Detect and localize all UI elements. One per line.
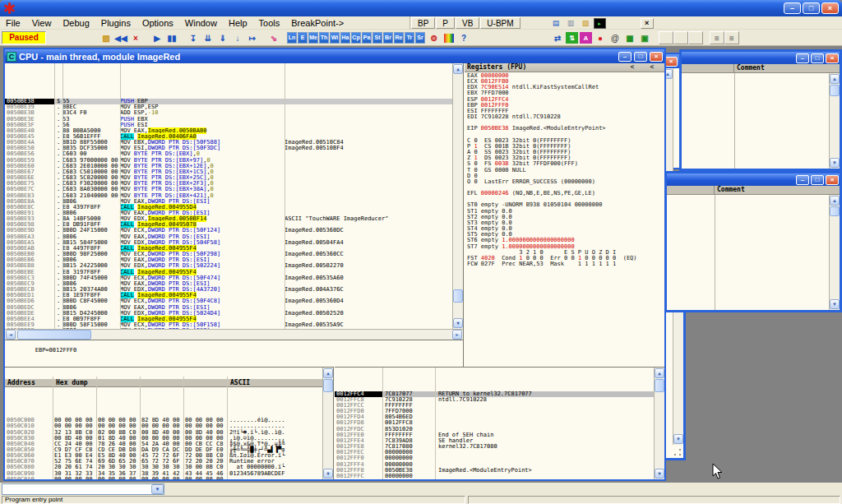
close-icon[interactable]: × [664, 57, 678, 67]
open-file-icon[interactable]: ▨ [99, 31, 113, 44]
menu-item-view[interactable]: View [26, 17, 58, 29]
disasm-row[interactable]: 0050BE3E.53PUSH EBX [5, 117, 452, 123]
toolbar-letter-ha[interactable]: Ha [340, 32, 350, 44]
command-combobox[interactable]: ▼ [2, 483, 164, 495]
stack-vscrollbar[interactable]: ▲ ▼ [654, 368, 664, 479]
resize-grip[interactable] [673, 447, 682, 457]
prev-frame-icon[interactable]: < [622, 63, 642, 72]
scrollbar[interactable]: ▲ ▼ [829, 73, 840, 169]
chevron-down-icon[interactable]: ▼ [151, 484, 164, 494]
restore-button[interactable]: □ [803, 2, 820, 14]
close-icon[interactable]: × [650, 52, 663, 62]
dump-vscrollbar[interactable]: ▲ ▼ [322, 368, 333, 479]
execute-till-return-icon[interactable]: ↦ [245, 31, 260, 44]
column-header[interactable]: Comment [667, 186, 840, 195]
disassembly-hscrollbar[interactable]: ◄ ► [5, 329, 463, 340]
menu-item-tools[interactable]: Tools [253, 17, 286, 29]
close-icon[interactable]: × [826, 175, 839, 185]
disasm-row[interactable]: 0050BE3B.83C4 F0ADD ESP,-10 [5, 110, 452, 116]
list-window-icon[interactable]: ≡ [710, 31, 724, 44]
toolbar-letter-e[interactable]: E [298, 32, 308, 44]
info-pane[interactable]: EBP=0012FFF0 [5, 340, 464, 367]
registers-header[interactable]: Registers (FPU) < < [465, 63, 664, 72]
toolbar-letter-tr[interactable]: Tr [405, 32, 414, 44]
toolbar-letter-re[interactable]: Re [394, 32, 404, 44]
updown-icon[interactable]: ⇅ [566, 32, 578, 44]
assemble-icon[interactable]: A [580, 32, 592, 44]
options-gear-icon[interactable]: ⚙ [427, 31, 442, 44]
maximize-icon[interactable]: □ [811, 53, 824, 63]
comment-window-middle-content[interactable]: ▲ ▼ [667, 195, 840, 310]
close-program-icon[interactable]: × [128, 31, 143, 44]
register-row[interactable]: EDI 7C910228 ntdll.7C910228 [465, 114, 664, 120]
toolbar-letter-st[interactable]: St [372, 32, 382, 44]
toolbar-letter-sr[interactable]: Sr [415, 32, 425, 44]
appearance-icon[interactable] [442, 31, 456, 44]
toolbar-letter-me[interactable]: Me [308, 32, 318, 44]
screen-icon[interactable]: ▣ [637, 31, 652, 44]
minimize-icon[interactable]: – [796, 175, 809, 185]
command-input[interactable] [2, 484, 151, 494]
swap-arrows-icon[interactable]: ⇄ [550, 31, 565, 44]
toolbar-letter-wi[interactable]: Wi [330, 32, 340, 44]
comment-window-top-titlebar[interactable]: – □ × [682, 52, 840, 64]
scrollbar[interactable]: ▲ ▼ [829, 195, 840, 310]
cpu-window-titlebar[interactable]: C CPU - main thread, module ImageRed – □… [5, 49, 664, 63]
toolbar-letter-th[interactable]: Th [319, 32, 329, 44]
help-icon[interactable]: ? [456, 31, 471, 44]
dump-pane[interactable]: Address Hex dump ASCII 0050C00000 00 00 … [5, 367, 334, 479]
maximize-icon[interactable]: □ [811, 175, 824, 185]
plugin-button-vb[interactable]: VB [456, 17, 479, 29]
plugin-close-icon[interactable]: × [641, 18, 654, 29]
toolbar-letter-ln[interactable]: Ln [287, 32, 297, 44]
minimize-button[interactable]: – [784, 2, 801, 14]
step-into-icon[interactable]: ↧ [186, 31, 201, 44]
minimize-icon[interactable]: – [618, 52, 632, 62]
keypad-icon[interactable]: ▦ [622, 31, 637, 44]
step-over-icon[interactable]: ⇊ [201, 31, 215, 44]
menu-item-debug[interactable]: Debug [57, 17, 95, 29]
toolbar-letter-br[interactable]: Br [383, 32, 393, 44]
stack-pane[interactable]: 0012FFC47C817077RETURN to kernel32.7C817… [335, 367, 664, 479]
register-row[interactable]: EIP 0050BE38 ImageRed.<ModuleEntryPoint> [465, 126, 664, 132]
minimize-icon[interactable]: – [796, 53, 809, 63]
menu-item-file[interactable]: File [0, 17, 26, 29]
folder-icon[interactable]: ▧ [579, 18, 593, 29]
trace-into-icon[interactable]: ⇓ [215, 31, 230, 44]
column-header[interactable]: Comment [682, 64, 840, 73]
menu-item-breakpoint[interactable]: BreakPoint-> [285, 17, 349, 29]
pause-icon[interactable]: ▮▮ [164, 31, 179, 44]
plugin-button-bp[interactable]: BP [411, 17, 435, 29]
breakpoint-dot-icon[interactable]: ● [593, 31, 608, 44]
toolbar-letter-pa[interactable]: Pa [362, 32, 372, 44]
menu-item-options[interactable]: Options [136, 17, 179, 29]
play-icon[interactable]: ▶ [150, 31, 164, 44]
registers-pane[interactable]: Registers (FPU) < < EAX 00000000ECX 0012… [465, 63, 664, 367]
plugin-button-p[interactable]: P [436, 17, 455, 29]
spiral-icon[interactable]: @ [608, 31, 622, 44]
list-window2-icon[interactable]: ≡ [724, 31, 739, 44]
menu-item-plugins[interactable]: Plugins [95, 17, 136, 29]
book-icon[interactable]: ▥ [564, 18, 578, 29]
comment-window-middle-titlebar[interactable]: – □ × [667, 173, 840, 186]
disassembly-vscrollbar[interactable]: ▲ ▼ [452, 63, 463, 329]
register-row[interactable]: FCW 027F Prec NEAR,53 Mask 1 1 1 1 1 1 [465, 261, 664, 267]
next-frame-icon[interactable]: < [642, 63, 662, 72]
menu-item-window[interactable]: Window [179, 17, 223, 29]
menu-item-help[interactable]: Help [223, 17, 253, 29]
disasm-row[interactable]: 0050BEEF.8B06MOV EAX,DWORD PTR DS:[ESI] [5, 328, 452, 329]
restart-icon[interactable]: ◀◀ [113, 31, 128, 44]
maximize-icon[interactable]: □ [634, 52, 647, 62]
notes-icon[interactable]: ▤ [549, 18, 563, 29]
trace-over-icon[interactable]: ↓ [230, 31, 245, 44]
toolbar-letter-cp[interactable]: Cp [351, 32, 361, 44]
comment-window-top-content[interactable]: ▲ ▼ [682, 73, 840, 169]
register-row[interactable]: EFL 00000246 (NO,NB,E,BE,NS,PE,GE,LE) [465, 191, 664, 197]
register-row[interactable]: O 0 LastErr ERROR_SUCCESS (00000000) [465, 179, 664, 185]
goto-icon[interactable]: ⇘ [266, 31, 281, 44]
disassembly-pane[interactable]: 0050BE38$55PUSH EBP0050BE39.8BECMOV EBP,… [5, 63, 464, 340]
plugin-button-ubpm[interactable]: U-BPM [480, 17, 520, 29]
register-row[interactable]: T 0 GS 0000 NULL [465, 168, 664, 173]
close-button[interactable]: × [821, 2, 839, 14]
console-icon[interactable]: ▸ [594, 18, 606, 29]
